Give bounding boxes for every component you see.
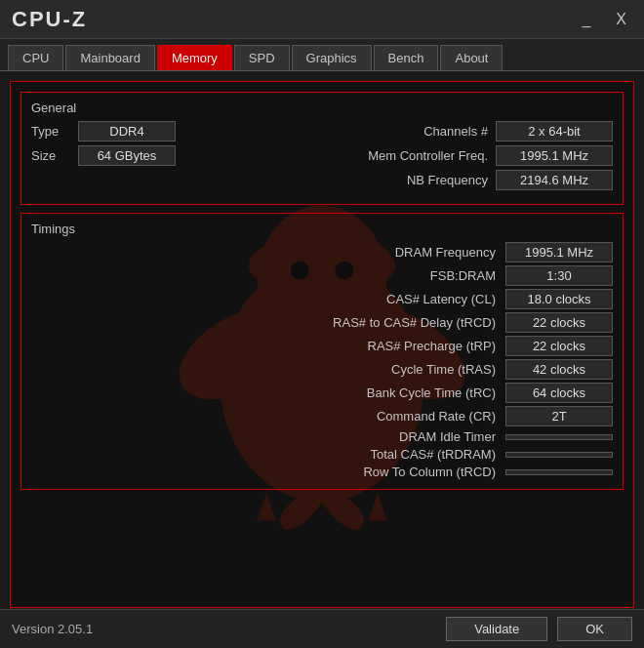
tab-memory[interactable]: Memory (157, 45, 232, 70)
timing-value-2: 18.0 clocks (505, 289, 613, 309)
validate-button[interactable]: Validate (446, 617, 547, 641)
footer: Version 2.05.1 Validate OK (0, 609, 644, 648)
timing-value-8 (505, 434, 613, 440)
timing-row-5: Cycle Time (tRAS) 42 clocks (31, 359, 613, 380)
timing-label-4: RAS# Precharge (tRP) (281, 339, 496, 353)
mem-ctrl-value: 1995.1 MHz (496, 145, 613, 166)
timings-grid: DRAM Frequency 1995.1 MHz FSB:DRAM 1:30 … (31, 242, 613, 479)
timing-label-10: Row To Column (tRCD) (281, 465, 496, 479)
tab-about[interactable]: About (440, 45, 503, 70)
channels-group: Channels # 2 x 64-bit (263, 121, 613, 142)
timing-label-3: RAS# to CAS# Delay (tRCD) (281, 315, 496, 330)
nb-freq-label: NB Frequency (342, 173, 488, 187)
general-section: General Type DDR4 Channels # 2 x 64-bit … (20, 92, 624, 205)
main-content: General Type DDR4 Channels # 2 x 64-bit … (10, 81, 634, 608)
size-value: 64 GBytes (78, 145, 176, 166)
general-row-2: Size 64 GBytes Mem Controller Freq. 1995… (31, 145, 613, 166)
close-button[interactable]: X (610, 9, 632, 30)
timing-value-1: 1:30 (505, 265, 613, 286)
timing-row-0: DRAM Frequency 1995.1 MHz (31, 242, 613, 263)
timing-label-0: DRAM Frequency (281, 245, 496, 260)
size-label: Size (31, 148, 70, 163)
general-row-3: NB Frequency 2194.6 MHz (31, 170, 613, 190)
tab-spd[interactable]: SPD (234, 45, 290, 70)
timing-value-10 (505, 469, 613, 475)
timing-value-7: 2T (505, 406, 613, 426)
timing-row-2: CAS# Latency (CL) 18.0 clocks (31, 289, 613, 309)
channels-label: Channels # (423, 124, 488, 139)
size-group: Size 64 GBytes (31, 145, 263, 166)
footer-buttons: Validate OK (446, 617, 632, 641)
app-title: CPU-Z (12, 7, 87, 32)
nb-freq-group: NB Frequency 2194.6 MHz (263, 170, 613, 190)
timing-value-4: 22 clocks (505, 336, 613, 356)
timing-row-1: FSB:DRAM 1:30 (31, 265, 613, 286)
nb-freq-value: 2194.6 MHz (496, 170, 613, 190)
timing-value-6: 64 clocks (505, 383, 613, 403)
timing-label-2: CAS# Latency (CL) (281, 292, 496, 306)
timing-row-8: DRAM Idle Timer (31, 429, 613, 444)
tab-bar: CPU Mainboard Memory SPD Graphics Bench … (0, 39, 644, 71)
mem-ctrl-label: Mem Controller Freq. (342, 148, 488, 163)
timing-label-5: Cycle Time (tRAS) (281, 362, 496, 377)
timing-label-1: FSB:DRAM (281, 268, 496, 283)
timing-row-10: Row To Column (tRCD) (31, 465, 613, 479)
timing-row-6: Bank Cycle Time (tRC) 64 clocks (31, 383, 613, 403)
timing-row-9: Total CAS# (tRDRAM) (31, 447, 613, 462)
timing-label-8: DRAM Idle Timer (281, 429, 496, 444)
timing-value-3: 22 clocks (505, 312, 613, 333)
window-controls: _ X (576, 9, 632, 30)
timings-label: Timings (31, 222, 613, 236)
timing-label-6: Bank Cycle Time (tRC) (281, 385, 496, 400)
svg-marker-10 (369, 493, 387, 521)
general-label: General (31, 101, 613, 115)
ok-button[interactable]: OK (557, 617, 632, 641)
tab-cpu[interactable]: CPU (8, 45, 63, 70)
minimize-button[interactable]: _ (576, 9, 596, 30)
tab-mainboard[interactable]: Mainboard (65, 45, 154, 70)
timing-label-9: Total CAS# (tRDRAM) (281, 447, 496, 462)
general-row-1: Type DDR4 Channels # 2 x 64-bit (31, 121, 613, 142)
timing-value-9 (505, 452, 613, 458)
mem-ctrl-group: Mem Controller Freq. 1995.1 MHz (263, 145, 613, 166)
timing-row-7: Command Rate (CR) 2T (31, 406, 613, 426)
type-value: DDR4 (78, 121, 176, 142)
timing-label-7: Command Rate (CR) (281, 409, 496, 424)
svg-marker-9 (258, 493, 276, 521)
type-label: Type (31, 124, 70, 139)
channels-value: 2 x 64-bit (496, 121, 613, 142)
timing-value-0: 1995.1 MHz (505, 242, 613, 263)
title-bar: CPU-Z _ X (0, 0, 644, 39)
tab-graphics[interactable]: Graphics (292, 45, 372, 70)
timing-row-4: RAS# Precharge (tRP) 22 clocks (31, 336, 613, 356)
timings-section: Timings DRAM Frequency 1995.1 MHz FSB:DR… (20, 213, 624, 490)
timing-row-3: RAS# to CAS# Delay (tRCD) 22 clocks (31, 312, 613, 333)
timing-value-5: 42 clocks (505, 359, 613, 380)
type-group: Type DDR4 (31, 121, 263, 142)
tab-bench[interactable]: Bench (374, 45, 439, 70)
version-label: Version 2.05.1 (12, 622, 93, 636)
